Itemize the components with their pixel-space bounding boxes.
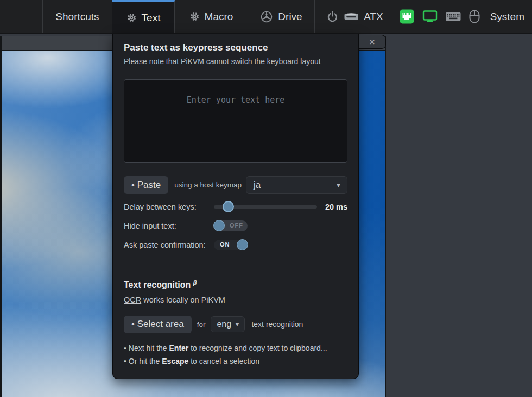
delay-label: Delay between keys: [124, 203, 214, 211]
divider [113, 270, 358, 270]
delay-setting-row: Delay between keys: 20 ms [124, 201, 347, 213]
keymap-select[interactable]: ja ▼ [246, 176, 347, 194]
language-selected-value: eng [217, 319, 231, 329]
power-icon [326, 10, 339, 23]
toggle-knob[interactable] [213, 220, 225, 231]
keyboard-icon [446, 12, 461, 21]
hint-text: • Next hit the [124, 344, 169, 352]
computer-case-icon [344, 11, 359, 22]
hide-input-label: Hide input text: [124, 222, 214, 230]
ocr-section-title: Text recognition β [124, 279, 347, 290]
section-separator [113, 256, 358, 270]
tab-macro[interactable]: Macro [175, 0, 248, 33]
recognition-label: text recognition [251, 320, 303, 329]
tab-drive[interactable]: Drive [248, 0, 315, 33]
system-menu-label[interactable]: System [490, 11, 524, 23]
ocr-description: OCR works locally on PiKVM [124, 295, 347, 304]
keymap-hint-label: using a host keymap [174, 181, 242, 189]
paste-text-panel: Paste text as keypress sequence Please n… [112, 34, 359, 379]
nav-logo-area [0, 0, 43, 33]
hide-input-setting-row: Hide input text: OFF [124, 220, 347, 232]
hint-enter: • Next hit the Enter to recognize and co… [124, 342, 347, 355]
beta-badge: β [193, 279, 197, 286]
ethernet-icon [400, 9, 414, 24]
keymap-selected-value: ja [254, 180, 261, 191]
display-icon [422, 10, 438, 24]
tab-atx-label: ATX [364, 11, 383, 23]
confirm-label: Ask paste confirmation: [124, 241, 214, 249]
paste-confirmation-toggle[interactable]: ON [214, 240, 248, 250]
delay-value: 20 ms [325, 203, 347, 211]
paste-button[interactable]: • Paste [124, 176, 168, 194]
separator-gap [113, 256, 358, 270]
ocr-hints: • Next hit the Enter to recognize and co… [124, 342, 347, 368]
close-button[interactable]: ✕ [359, 35, 386, 49]
ocr-language-select[interactable]: eng ▼ [211, 316, 245, 332]
panel-title: Paste text as keypress sequence [124, 42, 347, 53]
hint-escape: • Or hit the Escape to cancel a selectio… [124, 355, 347, 368]
chevron-down-icon: ▼ [235, 321, 240, 327]
tab-text-label: Text [142, 12, 161, 24]
hide-input-toggle[interactable]: OFF [214, 220, 248, 231]
chevron-down-icon: ▼ [335, 182, 341, 188]
top-nav: Shortcuts Text Macro [0, 0, 532, 34]
gear-icon [189, 11, 200, 22]
hint-key: Enter [169, 344, 189, 352]
toggle-knob[interactable] [237, 239, 248, 250]
panel-subtitle: Please note that PiKVM cannot switch the… [124, 57, 347, 66]
paste-row: • Paste using a host keymap ja ▼ [124, 176, 347, 194]
hint-text: to recognize and copy text to clipboard.… [188, 344, 327, 352]
pikvm-session-page: Shortcuts Text Macro [0, 0, 532, 397]
select-area-button[interactable]: • Select area [124, 316, 192, 333]
drive-disc-icon [260, 10, 273, 23]
mouse-icon [469, 10, 480, 23]
tab-text[interactable]: Text [112, 0, 175, 33]
hint-text: • Or hit the [124, 357, 162, 366]
slider-thumb[interactable] [223, 201, 234, 212]
hint-key: Escape [162, 357, 188, 366]
gear-icon [126, 12, 137, 23]
tab-drive-label: Drive [278, 11, 302, 23]
close-icon: ✕ [369, 38, 375, 46]
for-label: for [197, 320, 206, 329]
tab-shortcuts-label: Shortcuts [55, 11, 99, 23]
tab-shortcuts[interactable]: Shortcuts [43, 0, 112, 33]
select-area-row: • Select area for eng ▼ text recognition [124, 316, 347, 333]
ocr-link[interactable]: OCR [124, 295, 141, 304]
ocr-title-text: Text recognition [124, 280, 191, 289]
confirm-setting-row: Ask paste confirmation: ON [124, 239, 347, 251]
toggle-state-label: ON [220, 241, 230, 248]
paste-text-input[interactable] [124, 79, 347, 163]
status-indicators: System [395, 0, 532, 33]
tab-atx[interactable]: ATX [315, 0, 395, 33]
hint-text: to cancel a selection [188, 357, 259, 366]
toggle-state-label: OFF [230, 222, 243, 229]
ocr-description-text: works locally on PiKVM [141, 295, 225, 304]
tab-macro-label: Macro [205, 11, 233, 23]
delay-slider[interactable] [214, 201, 317, 213]
